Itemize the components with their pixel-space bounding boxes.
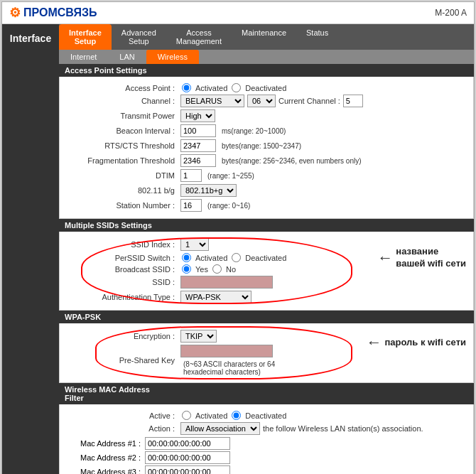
mac-input-1[interactable] (145, 451, 230, 464)
beacon-hint: ms(range: 20~1000) (222, 127, 286, 135)
model-label: M-200 A (435, 8, 467, 18)
action-row: Action : Allow Association the follow Wi… (67, 422, 466, 435)
frag-hint: bytes(range: 256~2346, even numbers only… (222, 157, 362, 165)
rts-label: RTS/CTS Threshold (67, 141, 180, 150)
multiple-ssids-body: ← название вашей wifi сети SSID Index : … (59, 232, 474, 311)
action-value: Allow Association the follow Wireless LA… (180, 422, 423, 435)
station-input[interactable] (180, 199, 202, 212)
tab-access-management[interactable]: AccessManagement (166, 24, 232, 50)
tab-advanced-setup[interactable]: AdvancedSetup (112, 24, 166, 50)
ssid-annotation: ← название вашей wifi сети (377, 246, 466, 270)
transmit-value: High (180, 109, 215, 122)
subtab-lan[interactable]: LAN (108, 50, 146, 64)
auth-type-value: WPA-PSK (180, 291, 251, 303)
ssid-index-row: SSID Index : 1 (67, 238, 345, 251)
tab-interface-setup[interactable]: InterfaceSetup (59, 24, 112, 50)
auth-type-row: Authentication Type : WPA-PSK (67, 291, 345, 303)
broadcast-no-radio[interactable] (212, 264, 222, 274)
mac-deactivated-label: Deactivated (245, 411, 286, 420)
channel-label: Channel : (67, 97, 180, 105)
subtab-wireless[interactable]: Wireless (146, 50, 199, 64)
auth-type-select[interactable]: WPA-PSK (180, 291, 251, 303)
mac-activated-radio[interactable] (182, 411, 191, 420)
encryption-row: Encryption : TKIP (67, 330, 345, 343)
mac-active-value: Activated Deactivated (180, 411, 286, 420)
channel-num-select[interactable]: 06 (247, 95, 276, 107)
mac-row: Mac Address #2 : (67, 451, 466, 464)
logo: ⚙ ПРОМСВЯЗЬ (9, 5, 97, 21)
broadcast-label: Broadcast SSID : (67, 265, 180, 274)
wpa-psk-section: WPA-PSK ← пароль к wifi сети Encryption … (59, 311, 474, 383)
beacon-value: ms(range: 20~1000) (180, 124, 286, 137)
ap-deactivated-radio[interactable] (232, 83, 241, 92)
mac-input-2[interactable] (145, 465, 230, 474)
action-select[interactable]: Allow Association (180, 422, 260, 435)
psk-row: Pre-Shared Key (8~63 ASCII characters or… (67, 345, 345, 376)
ap-row: Access Point : Activated Deactivated (67, 83, 466, 92)
transmit-row: Transmit Power High (67, 109, 466, 122)
multiple-ssids-section: Multiple SSIDs Settings ← название вашей… (59, 219, 474, 311)
perssid-row: PerSSID Switch : Activated Deactivated (67, 253, 345, 262)
wpa-psk-header: WPA-PSK (59, 311, 474, 323)
perssid-activated-label: Activated (195, 254, 227, 262)
psk-note: пароль к wifi сети (384, 337, 466, 349)
rts-input[interactable] (180, 139, 216, 152)
logo-text: ПРОМСВЯЗЬ (23, 6, 97, 19)
frag-row: Fragmentation Threshold bytes(range: 256… (67, 154, 466, 167)
current-channel-input[interactable] (343, 95, 363, 107)
mac-filter-header: Wireless MAC Address Filter (59, 383, 474, 404)
mac-row: Mac Address #3 : (67, 465, 466, 474)
frag-value: bytes(range: 256~2346, even numbers only… (180, 154, 362, 167)
broadcast-row: Broadcast SSID : Yes No (67, 264, 345, 274)
psk-input[interactable] (180, 345, 273, 357)
perssid-activated-radio[interactable] (182, 253, 191, 262)
mac-label-1: Mac Address #2 : (67, 453, 145, 462)
dtim-row: DTIM (range: 1~255) (67, 169, 466, 182)
psk-annotation: ← пароль к wifi сети (366, 333, 466, 352)
ap-value: Activated Deactivated (180, 83, 286, 92)
channel-select[interactable]: BELARUS (180, 95, 244, 107)
sub-tabs: Internet LAN Wireless (59, 50, 474, 64)
action-label: Action : (67, 424, 180, 433)
tab-maintenance[interactable]: Maintenance (232, 24, 296, 50)
tab-status[interactable]: Status (296, 24, 338, 50)
broadcast-yes-radio[interactable] (182, 264, 191, 274)
mode-select[interactable]: 802.11b+g (180, 184, 237, 197)
multiple-ssids-header: Multiple SSIDs Settings (59, 219, 474, 232)
ssid-index-label: SSID Index : (67, 240, 180, 249)
mac-input-0[interactable] (145, 437, 230, 450)
encryption-select[interactable]: TKIP (180, 330, 217, 343)
mac-deactivated-radio[interactable] (232, 411, 241, 420)
mac-activated-label: Activated (195, 411, 227, 420)
broadcast-value: Yes No (180, 264, 236, 274)
ssid-arrow-icon: ← (377, 249, 393, 267)
ssid-input[interactable] (180, 276, 273, 289)
ssid-index-select[interactable]: 1 (180, 238, 209, 251)
transmit-label: Transmit Power (67, 112, 180, 120)
transmit-select[interactable]: High (180, 109, 215, 122)
subtab-internet[interactable]: Internet (59, 50, 108, 64)
auth-type-label: Authentication Type : (67, 293, 180, 301)
frag-input[interactable] (180, 154, 216, 167)
psk-value: (8~63 ASCII characters or 64 hexadecimal… (180, 345, 345, 376)
rts-value: bytes(range: 1500~2347) (180, 139, 301, 152)
sidebar: Interface (2, 24, 59, 474)
beacon-input[interactable] (180, 124, 216, 137)
mac-label-0: Mac Address #1 : (67, 439, 145, 448)
beacon-label: Beacon Interval : (67, 126, 180, 135)
channel-row: Channel : BELARUS 06 Current Channel : (67, 95, 466, 107)
ap-deactivated-label: Deactivated (245, 84, 286, 92)
perssid-deactivated-label: Deactivated (245, 254, 286, 262)
rts-row: RTS/CTS Threshold bytes(range: 1500~2347… (67, 139, 466, 152)
rts-hint: bytes(range: 1500~2347) (222, 142, 301, 150)
perssid-deactivated-radio[interactable] (232, 253, 241, 262)
ssid-row: SSID : (67, 276, 345, 289)
action-suffix: the follow Wireless LAN station(s) assoc… (263, 424, 423, 433)
logo-icon: ⚙ (9, 5, 21, 21)
access-point-header: Access Point Settings (59, 64, 474, 77)
ssid-label: SSID : (67, 278, 180, 286)
mode-value: 802.11b+g (180, 184, 237, 197)
ap-activated-radio[interactable] (182, 83, 191, 92)
dtim-input[interactable] (180, 169, 202, 182)
dtim-hint: (range: 1~255) (207, 172, 254, 180)
